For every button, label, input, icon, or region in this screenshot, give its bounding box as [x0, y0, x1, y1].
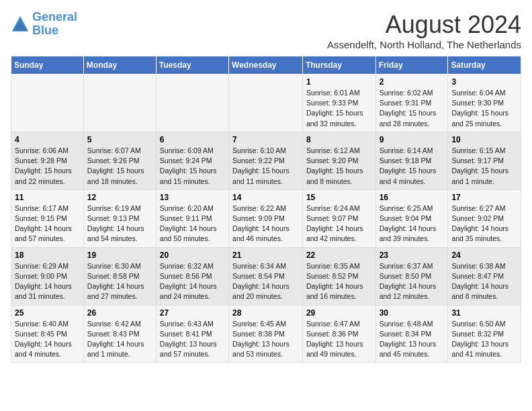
day-info: Sunrise: 6:34 AM Sunset: 8:54 PM Dayligh… — [232, 261, 299, 302]
day-info: Sunrise: 6:20 AM Sunset: 9:11 PM Dayligh… — [160, 203, 225, 244]
day-number: 15 — [306, 193, 372, 202]
day-info: Sunrise: 6:27 AM Sunset: 9:02 PM Dayligh… — [451, 203, 517, 244]
calendar-cell: 24Sunrise: 6:38 AM Sunset: 8:47 PM Dayli… — [448, 247, 521, 305]
day-info: Sunrise: 6:15 AM Sunset: 9:17 PM Dayligh… — [451, 146, 517, 187]
day-number: 10 — [451, 135, 517, 144]
day-info: Sunrise: 6:07 AM Sunset: 9:26 PM Dayligh… — [87, 146, 152, 187]
day-number: 12 — [87, 193, 152, 202]
day-info: Sunrise: 6:06 AM Sunset: 9:28 PM Dayligh… — [15, 146, 80, 187]
calendar-week-row: 25Sunrise: 6:40 AM Sunset: 8:45 PM Dayli… — [11, 305, 521, 363]
day-number: 18 — [15, 250, 80, 260]
calendar-cell: 18Sunrise: 6:29 AM Sunset: 9:00 PM Dayli… — [11, 247, 84, 305]
day-number: 27 — [160, 308, 225, 318]
calendar-cell — [11, 75, 84, 132]
calendar-cell: 19Sunrise: 6:30 AM Sunset: 8:58 PM Dayli… — [83, 247, 156, 305]
day-header-tuesday: Tuesday — [156, 56, 228, 75]
day-info: Sunrise: 6:17 AM Sunset: 9:15 PM Dayligh… — [15, 203, 80, 244]
calendar-cell: 10Sunrise: 6:15 AM Sunset: 9:17 PM Dayli… — [448, 132, 521, 189]
calendar-cell: 3Sunrise: 6:04 AM Sunset: 9:30 PM Daylig… — [448, 75, 521, 132]
day-number: 4 — [15, 135, 80, 144]
day-number: 19 — [87, 250, 152, 260]
day-info: Sunrise: 6:02 AM Sunset: 9:31 PM Dayligh… — [380, 88, 445, 129]
calendar-cell: 13Sunrise: 6:20 AM Sunset: 9:11 PM Dayli… — [156, 189, 228, 247]
calendar-cell: 20Sunrise: 6:32 AM Sunset: 8:56 PM Dayli… — [156, 247, 228, 305]
day-number: 24 — [451, 250, 517, 260]
day-info: Sunrise: 6:37 AM Sunset: 8:50 PM Dayligh… — [380, 261, 445, 302]
day-header-wednesday: Wednesday — [229, 56, 303, 75]
calendar-cell: 12Sunrise: 6:19 AM Sunset: 9:13 PM Dayli… — [83, 189, 156, 247]
calendar-cell: 5Sunrise: 6:07 AM Sunset: 9:26 PM Daylig… — [83, 132, 156, 189]
day-info: Sunrise: 6:42 AM Sunset: 8:43 PM Dayligh… — [87, 319, 152, 360]
day-number: 30 — [380, 308, 445, 318]
logo: General Blue — [11, 11, 77, 38]
day-info: Sunrise: 6:47 AM Sunset: 8:36 PM Dayligh… — [306, 319, 372, 360]
day-number: 9 — [380, 135, 445, 144]
calendar-cell: 6Sunrise: 6:09 AM Sunset: 9:24 PM Daylig… — [156, 132, 228, 189]
calendar-week-row: 18Sunrise: 6:29 AM Sunset: 9:00 PM Dayli… — [11, 247, 521, 305]
day-number: 23 — [380, 250, 445, 260]
day-number: 11 — [15, 193, 80, 202]
day-number: 31 — [451, 308, 517, 318]
day-info: Sunrise: 6:50 AM Sunset: 8:32 PM Dayligh… — [451, 319, 517, 360]
calendar-cell: 1Sunrise: 6:01 AM Sunset: 9:33 PM Daylig… — [302, 75, 375, 132]
header: General Blue August 2024 Assendelft, Nor… — [11, 11, 521, 50]
calendar-cell — [229, 75, 303, 132]
day-info: Sunrise: 6:38 AM Sunset: 8:47 PM Dayligh… — [451, 261, 517, 302]
calendar-cell: 22Sunrise: 6:35 AM Sunset: 8:52 PM Dayli… — [302, 247, 375, 305]
day-number: 8 — [306, 135, 372, 144]
day-number: 21 — [232, 250, 299, 260]
calendar-cell: 27Sunrise: 6:43 AM Sunset: 8:41 PM Dayli… — [156, 305, 228, 363]
calendar-cell: 7Sunrise: 6:10 AM Sunset: 9:22 PM Daylig… — [229, 132, 303, 189]
day-number: 3 — [451, 77, 517, 87]
calendar-cell: 2Sunrise: 6:02 AM Sunset: 9:31 PM Daylig… — [375, 75, 448, 132]
day-number: 17 — [451, 193, 517, 202]
calendar-cell: 17Sunrise: 6:27 AM Sunset: 9:02 PM Dayli… — [448, 189, 521, 247]
day-info: Sunrise: 6:35 AM Sunset: 8:52 PM Dayligh… — [306, 261, 372, 302]
day-info: Sunrise: 6:24 AM Sunset: 9:07 PM Dayligh… — [306, 203, 372, 244]
day-number: 26 — [87, 308, 152, 318]
day-number: 7 — [232, 135, 299, 144]
calendar-cell: 26Sunrise: 6:42 AM Sunset: 8:43 PM Dayli… — [83, 305, 156, 363]
calendar-cell: 29Sunrise: 6:47 AM Sunset: 8:36 PM Dayli… — [302, 305, 375, 363]
month-year: August 2024 — [327, 11, 521, 39]
day-info: Sunrise: 6:22 AM Sunset: 9:09 PM Dayligh… — [232, 203, 299, 244]
day-header-thursday: Thursday — [302, 56, 375, 75]
calendar-cell: 21Sunrise: 6:34 AM Sunset: 8:54 PM Dayli… — [229, 247, 303, 305]
day-header-saturday: Saturday — [448, 56, 521, 75]
day-number: 20 — [160, 250, 225, 260]
day-info: Sunrise: 6:14 AM Sunset: 9:18 PM Dayligh… — [380, 146, 445, 187]
calendar-week-row: 1Sunrise: 6:01 AM Sunset: 9:33 PM Daylig… — [11, 75, 521, 132]
day-info: Sunrise: 6:01 AM Sunset: 9:33 PM Dayligh… — [306, 88, 372, 129]
day-info: Sunrise: 6:32 AM Sunset: 8:56 PM Dayligh… — [160, 261, 225, 302]
calendar-header-row: SundayMondayTuesdayWednesdayThursdayFrid… — [11, 56, 521, 75]
day-info: Sunrise: 6:25 AM Sunset: 9:04 PM Dayligh… — [380, 203, 445, 244]
day-number: 22 — [306, 250, 372, 260]
day-number: 2 — [380, 77, 445, 87]
calendar-cell: 30Sunrise: 6:48 AM Sunset: 8:34 PM Dayli… — [375, 305, 448, 363]
day-info: Sunrise: 6:30 AM Sunset: 8:58 PM Dayligh… — [87, 261, 152, 302]
calendar-cell: 15Sunrise: 6:24 AM Sunset: 9:07 PM Dayli… — [302, 189, 375, 247]
day-info: Sunrise: 6:29 AM Sunset: 9:00 PM Dayligh… — [15, 261, 80, 302]
day-number: 16 — [380, 193, 445, 202]
calendar-cell: 9Sunrise: 6:14 AM Sunset: 9:18 PM Daylig… — [375, 132, 448, 189]
calendar-cell — [156, 75, 228, 132]
title-area: August 2024 Assendelft, North Holland, T… — [327, 11, 521, 50]
day-info: Sunrise: 6:19 AM Sunset: 9:13 PM Dayligh… — [87, 203, 152, 244]
day-info: Sunrise: 6:09 AM Sunset: 9:24 PM Dayligh… — [160, 146, 225, 187]
day-info: Sunrise: 6:45 AM Sunset: 8:38 PM Dayligh… — [232, 319, 299, 360]
day-header-friday: Friday — [375, 56, 448, 75]
calendar-cell: 14Sunrise: 6:22 AM Sunset: 9:09 PM Dayli… — [229, 189, 303, 247]
calendar-cell: 25Sunrise: 6:40 AM Sunset: 8:45 PM Dayli… — [11, 305, 84, 363]
calendar-week-row: 4Sunrise: 6:06 AM Sunset: 9:28 PM Daylig… — [11, 132, 521, 189]
day-number: 6 — [160, 135, 225, 144]
day-info: Sunrise: 6:40 AM Sunset: 8:45 PM Dayligh… — [15, 319, 80, 360]
calendar-table: SundayMondayTuesdayWednesdayThursdayFrid… — [11, 56, 521, 363]
day-number: 1 — [306, 77, 372, 87]
day-number: 29 — [306, 308, 372, 318]
day-number: 25 — [15, 308, 80, 318]
day-info: Sunrise: 6:04 AM Sunset: 9:30 PM Dayligh… — [451, 88, 517, 129]
calendar-cell: 31Sunrise: 6:50 AM Sunset: 8:32 PM Dayli… — [448, 305, 521, 363]
calendar-cell: 16Sunrise: 6:25 AM Sunset: 9:04 PM Dayli… — [375, 189, 448, 247]
day-number: 14 — [232, 193, 299, 202]
logo-icon — [11, 15, 30, 34]
